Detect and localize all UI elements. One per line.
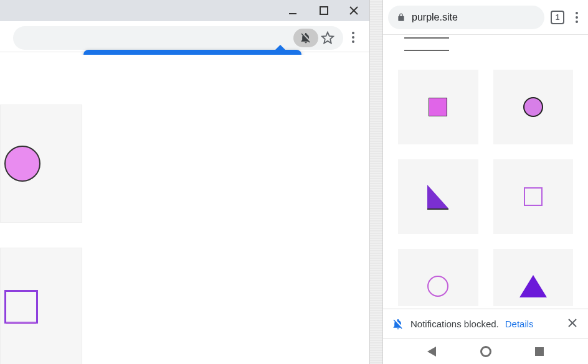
infobar-message: Notifications blocked.: [410, 319, 499, 329]
svg-rect-0: [289, 13, 296, 14]
star-icon: [321, 31, 334, 45]
minimize-icon: [288, 6, 297, 15]
shape-card[interactable]: [493, 249, 574, 306]
page-content-right: [383, 35, 588, 306]
shapes-grid: [398, 70, 573, 306]
nav-recent-button[interactable]: [535, 347, 544, 356]
lock-icon: [397, 13, 405, 22]
notifications-blocked-infobar: Notifications blocked. Details: [383, 309, 588, 338]
filled-triangle-shape-icon: [519, 275, 547, 297]
maximize-icon: [320, 6, 328, 15]
window-titlebar: [0, 0, 369, 21]
filled-right-triangle-shape-icon: [427, 185, 448, 208]
android-navbar: [383, 338, 588, 364]
url-text: purple.site: [412, 12, 458, 23]
filled-circle-shape-icon: [523, 97, 543, 117]
window-maximize-button[interactable]: [310, 0, 338, 21]
text-stub: [404, 50, 449, 51]
window-close-button[interactable]: [339, 0, 368, 21]
pink-circle-shape-icon: [4, 146, 40, 182]
infobar-close-button[interactable]: [566, 317, 579, 330]
notifications-blocked-pill[interactable]: [293, 29, 318, 47]
purple-square-outline-shape-icon: [4, 290, 38, 324]
omnibox-actions: [293, 29, 336, 47]
mobile-chrome-window: purple.site 1: [383, 0, 588, 364]
nav-back-button[interactable]: [427, 347, 436, 357]
shape-card[interactable]: [398, 249, 478, 306]
bookmark-star-button[interactable]: [320, 30, 336, 46]
content-card[interactable]: [0, 248, 82, 364]
infobar-details-link[interactable]: Details: [505, 319, 534, 329]
shape-card[interactable]: [493, 70, 574, 144]
nav-home-button[interactable]: [480, 346, 491, 357]
tab-switcher-button[interactable]: 1: [551, 11, 564, 24]
tab-count-value: 1: [556, 13, 560, 22]
window-divider: [369, 0, 383, 364]
window-minimize-button[interactable]: [278, 0, 307, 21]
outline-circle-shape-icon: [427, 276, 448, 297]
close-icon: [568, 319, 577, 327]
desktop-chrome-window: You usually block notifications. To let …: [0, 0, 369, 364]
outline-square-shape-icon: [524, 187, 543, 206]
filled-square-shape-icon: [429, 98, 447, 116]
shape-card[interactable]: [398, 159, 478, 234]
shape-card[interactable]: [398, 70, 478, 144]
shape-card[interactable]: [493, 159, 574, 234]
bell-off-icon: [392, 318, 404, 330]
page-content-left: [0, 55, 369, 364]
bell-off-icon: [300, 32, 312, 44]
browser-menu-button[interactable]: [347, 31, 359, 44]
close-icon: [349, 6, 358, 15]
text-stub: [404, 37, 449, 39]
mobile-menu-button[interactable]: [571, 12, 583, 23]
browser-toolbar: [0, 21, 369, 52]
mobile-toolbar: purple.site 1: [383, 0, 588, 35]
mobile-address-bar[interactable]: purple.site: [388, 6, 544, 29]
content-card[interactable]: [0, 105, 82, 223]
svg-rect-1: [320, 7, 328, 14]
